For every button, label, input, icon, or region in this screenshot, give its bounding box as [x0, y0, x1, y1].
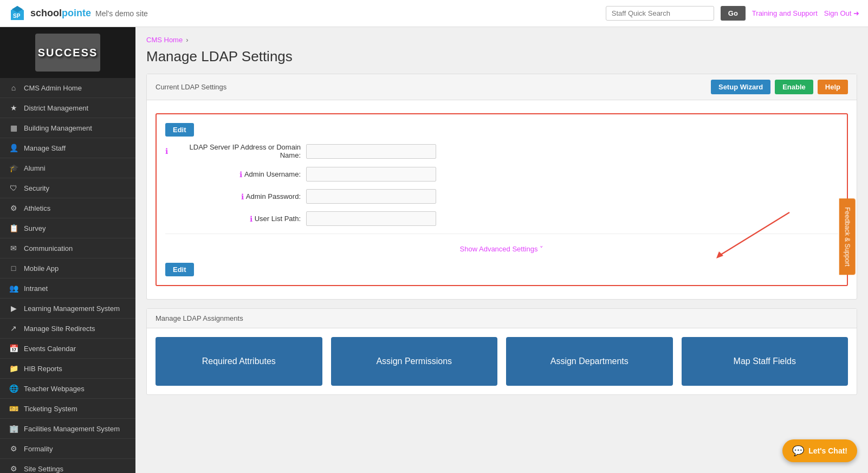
feedback-support-tab[interactable]: Feedback & Support — [839, 198, 855, 275]
panel-title-ldap: Current LDAP Settings — [156, 83, 226, 91]
chevron-down-icon: ˅ — [540, 245, 543, 253]
form-label-ldap-server: ℹ LDAP Server IP Address or Domain Name: — [165, 143, 306, 159]
logo-text: schoolpointe — [30, 8, 91, 19]
staff-search-input[interactable] — [606, 6, 714, 21]
site-name: Mel's demo site — [95, 9, 148, 18]
form-row-admin-username: ℹ Admin Username: — [165, 167, 838, 182]
sidebar-item-label-facilities-mgmt: Facilities Management System — [24, 425, 120, 433]
sidebar-item-icon-district-management: ★ — [9, 103, 18, 112]
sign-out-link[interactable]: Sign Out ➜ — [824, 9, 859, 17]
sidebar-item-icon-mobile-app: □ — [9, 264, 18, 273]
assign-card-map-staff-fields[interactable]: Map Staff Fields — [682, 337, 848, 386]
page-title: Manage LDAP Settings — [146, 48, 857, 65]
chat-button[interactable]: 💬 Let's Chat! — [782, 439, 857, 462]
form-row-admin-password: ℹ Admin Password: — [165, 189, 838, 204]
sidebar-item-cms-admin-home[interactable]: ⌂ CMS Admin Home — [0, 78, 135, 98]
panel-header-assignments: Manage LDAP Assignments — [147, 309, 857, 328]
assignment-cards-container: Required AttributesAssign PermissionsAss… — [147, 328, 857, 394]
training-support-link[interactable]: Training and Support — [752, 9, 818, 17]
sidebar-item-label-lms: Learning Management System — [24, 304, 120, 313]
edit-button-top[interactable]: Edit — [165, 123, 194, 137]
form-input-admin-username[interactable] — [306, 167, 436, 182]
panel-header-ldap: Current LDAP Settings Setup Wizard Enabl… — [147, 74, 857, 100]
sidebar-item-label-site-settings: Site Settings — [24, 465, 63, 473]
sidebar-item-alumni[interactable]: 🎓 Alumni — [0, 158, 135, 178]
sidebar-item-events-calendar[interactable]: 📅 Events Calendar — [0, 339, 135, 359]
sidebar-item-district-management[interactable]: ★ District Management — [0, 98, 135, 118]
sidebar-item-manage-staff[interactable]: 👤 Manage Staff — [0, 138, 135, 158]
help-button[interactable]: Help — [818, 80, 848, 94]
top-nav-right: Go Training and Support Sign Out ➜ — [606, 6, 859, 21]
sidebar-item-ticketing-system[interactable]: 🎫 Ticketing System — [0, 399, 135, 419]
sidebar-item-security[interactable]: 🛡 Security — [0, 178, 135, 198]
setup-wizard-button[interactable]: Setup Wizard — [711, 80, 770, 94]
form-row-user-list-path: ℹ User List Path: — [165, 211, 838, 226]
manage-ldap-assignments-panel: Manage LDAP Assignments Required Attribu… — [146, 308, 857, 395]
sidebar-logo-image: SUCCESS — [35, 34, 100, 72]
sidebar-item-label-district-management: District Management — [24, 104, 88, 112]
sidebar-item-label-building-management: Building Management — [24, 124, 92, 132]
sidebar-item-icon-building-management: ▦ — [9, 124, 18, 132]
sidebar-item-label-formality: Formality — [24, 445, 53, 453]
sidebar-item-icon-alumni: 🎓 — [9, 164, 18, 172]
sidebar-item-icon-communication: ✉ — [9, 244, 18, 252]
assign-card-required-attributes[interactable]: Required Attributes — [156, 337, 322, 386]
edit-button-bottom[interactable]: Edit — [165, 263, 194, 276]
sidebar-item-label-manage-redirects: Manage Site Redirects — [24, 325, 95, 333]
svg-marker-4 — [716, 251, 723, 258]
form-label-user-list-path: ℹ User List Path: — [165, 215, 306, 223]
form-row-ldap-server: ℹ LDAP Server IP Address or Domain Name: — [165, 143, 838, 159]
info-icon-admin-password: ℹ — [241, 192, 244, 201]
sidebar-item-icon-hib-reports: 📁 — [9, 364, 18, 373]
sidebar-item-icon-manage-staff: 👤 — [9, 144, 18, 152]
sidebar-item-icon-athletics: ⚙ — [9, 204, 18, 212]
panel-title-assignments: Manage LDAP Assignments — [156, 314, 243, 322]
current-ldap-settings-panel: Current LDAP Settings Setup Wizard Enabl… — [146, 74, 857, 300]
sidebar-item-icon-cms-admin-home: ⌂ — [9, 83, 18, 92]
sidebar-item-survey[interactable]: 📋 Survey — [0, 218, 135, 238]
sidebar-item-manage-redirects[interactable]: ↗ Manage Site Redirects — [0, 319, 135, 339]
breadcrumb-home-link[interactable]: CMS Home — [146, 36, 183, 44]
sidebar-item-mobile-app[interactable]: □ Mobile App — [0, 258, 135, 278]
sidebar-item-icon-lms: ▶ — [9, 304, 18, 313]
sidebar: SUCCESS ⌂ CMS Admin Home ★ District Mana… — [0, 27, 135, 473]
sidebar-item-icon-manage-redirects: ↗ — [9, 324, 18, 333]
sidebar-item-teacher-webpages[interactable]: 🌐 Teacher Webpages — [0, 379, 135, 399]
sidebar-item-athletics[interactable]: ⚙ Athletics — [0, 198, 135, 218]
sidebar-logo-area: SUCCESS — [0, 27, 135, 78]
go-button[interactable]: Go — [721, 6, 746, 21]
sidebar-item-formality[interactable]: ⚙ Formality — [0, 439, 135, 459]
sidebar-item-label-cms-admin-home: CMS Admin Home — [24, 84, 82, 92]
enable-button[interactable]: Enable — [775, 80, 813, 94]
assign-card-assign-departments[interactable]: Assign Departments — [506, 337, 673, 386]
sidebar-item-icon-site-settings: ⚙ — [9, 464, 18, 473]
info-icon-user-list-path: ℹ — [250, 215, 252, 223]
sidebar-item-intranet[interactable]: 👥 Intranet — [0, 278, 135, 299]
sidebar-item-label-mobile-app: Mobile App — [24, 264, 59, 273]
form-input-ldap-server[interactable] — [306, 144, 436, 159]
sidebar-item-building-management[interactable]: ▦ Building Management — [0, 118, 135, 138]
sidebar-item-hib-reports[interactable]: 📁 HIB Reports — [0, 359, 135, 379]
panel-header-buttons: Setup Wizard Enable Help — [711, 80, 848, 94]
sidebar-item-facilities-mgmt[interactable]: 🏢 Facilities Management System — [0, 419, 135, 439]
sidebar-item-label-alumni: Alumni — [24, 164, 46, 172]
sidebar-item-icon-ticketing-system: 🎫 — [9, 404, 18, 413]
assign-card-assign-permissions[interactable]: Assign Permissions — [331, 337, 498, 386]
sidebar-item-label-ticketing-system: Ticketing System — [24, 405, 77, 413]
logo-area: SP schoolpointe Mel's demo site — [9, 5, 148, 22]
content-area: CMS Home › Manage LDAP Settings Current … — [135, 27, 868, 473]
form-input-admin-password[interactable] — [306, 189, 436, 204]
sidebar-item-icon-teacher-webpages: 🌐 — [9, 384, 18, 393]
sidebar-item-label-events-calendar: Events Calendar — [24, 345, 76, 353]
sidebar-item-communication[interactable]: ✉ Communication — [0, 238, 135, 258]
sidebar-item-label-manage-staff: Manage Staff — [24, 144, 66, 152]
sidebar-item-label-security: Security — [24, 184, 49, 192]
sidebar-item-icon-events-calendar: 📅 — [9, 344, 18, 353]
sidebar-item-label-communication: Communication — [24, 244, 73, 252]
show-advanced-settings-link[interactable]: Show Advanced Settings ˅ — [460, 245, 544, 253]
ldap-form-section: Edit ℹ LDAP Server IP Address or Domain … — [156, 113, 848, 286]
form-input-user-list-path[interactable] — [306, 211, 436, 226]
sidebar-item-lms[interactable]: ▶ Learning Management System — [0, 299, 135, 319]
top-navigation: SP schoolpointe Mel's demo site Go Train… — [0, 0, 868, 27]
sidebar-item-site-settings[interactable]: ⚙ Site Settings — [0, 459, 135, 473]
